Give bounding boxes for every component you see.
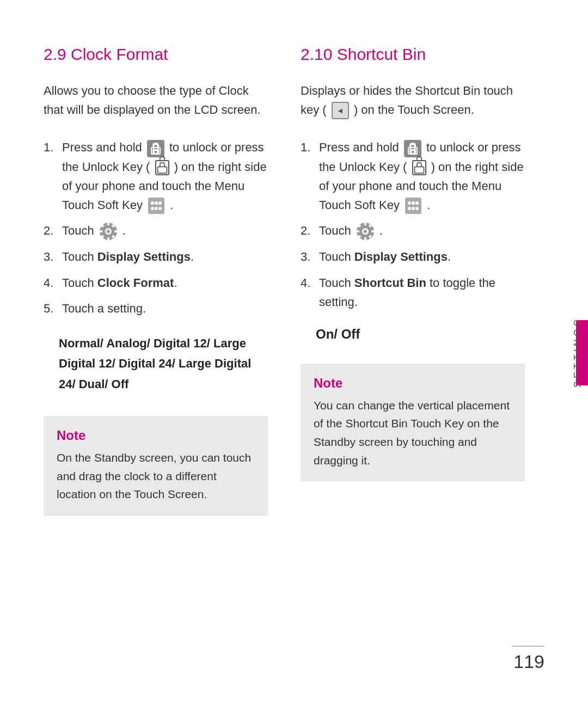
step-5-content: Touch a setting. (62, 299, 268, 318)
step-3-content: Touch Display Settings. (62, 247, 268, 266)
step-number-5: 5. (44, 299, 59, 318)
lock-small-icon (155, 160, 169, 175)
sidebar-accent (576, 320, 588, 385)
left-step-2: 2. Touch (44, 221, 268, 241)
step-1-content: Press and hold to unlock or press the Un… (62, 138, 268, 214)
gear-icon-2 (356, 222, 375, 241)
right-column: 2.10 Shortcut Bin Displays or hides the … (301, 44, 525, 661)
right-step-4-content: Touch Shortcut Bin to toggle the setting… (319, 273, 525, 311)
svg-rect-17 (114, 230, 117, 232)
step-4-content: Touch Clock Format. (62, 273, 268, 292)
right-step-1-content: Press and hold to unlock or press the Un… (319, 138, 525, 214)
right-step-number-1: 1. (301, 138, 316, 157)
svg-point-29 (415, 201, 419, 205)
left-note-box: Note On the Standby screen, you can touc… (44, 416, 268, 516)
right-step-number-4: 4. (301, 273, 316, 292)
step-number-2: 2. (44, 221, 59, 240)
right-step-number-3: 3. (301, 247, 316, 266)
gear-icon-1 (99, 222, 118, 241)
right-step-number-2: 2. (301, 221, 316, 240)
left-step-1: 1. Press and hold to unlock (44, 138, 268, 214)
left-note-title: Note (57, 428, 255, 443)
svg-point-31 (412, 207, 415, 210)
svg-rect-14 (107, 223, 109, 225)
svg-point-27 (408, 201, 411, 205)
svg-rect-1 (152, 149, 159, 154)
svg-point-6 (155, 201, 158, 205)
step-number-4: 4. (44, 273, 59, 292)
svg-point-5 (151, 201, 154, 205)
svg-point-28 (412, 201, 415, 205)
svg-rect-16 (100, 230, 102, 232)
left-step-4: 4. Touch Clock Format. (44, 273, 268, 292)
left-step-5: 5. Touch a setting. (44, 299, 268, 318)
right-step-2-content: Touch (319, 221, 525, 241)
right-note-box: Note You can change the vertical placeme… (301, 364, 525, 481)
on-off-label: On/ Off (316, 327, 525, 342)
menu-icon-1 (148, 197, 165, 214)
right-step-4: 4. Touch Shortcut Bin to toggle the sett… (301, 273, 525, 311)
svg-rect-15 (107, 237, 109, 240)
main-content: 2.9 Clock Format Allows you to choose th… (0, 0, 558, 705)
sidebar: SETTINGS (558, 0, 588, 705)
clock-format-bold: Clock Format (97, 276, 174, 290)
right-step-3: 3. Touch Display Settings. (301, 247, 525, 266)
page-divider (512, 646, 544, 647)
svg-point-7 (158, 201, 162, 205)
lock-small-icon-2 (412, 160, 426, 175)
right-section-title: 2.10 Shortcut Bin (301, 44, 525, 65)
left-description: Allows you to choose the type of Clock t… (44, 81, 268, 119)
svg-point-9 (155, 207, 158, 210)
page-container: 2.9 Clock Format Allows you to choose th… (0, 0, 588, 705)
right-note-title: Note (314, 376, 512, 391)
right-step-1: 1. Press and hold to unlock or press the (301, 138, 525, 214)
svg-rect-37 (364, 237, 366, 240)
left-step-list: 1. Press and hold to unlock (44, 138, 268, 318)
left-section-title: 2.9 Clock Format (44, 44, 268, 65)
left-column: 2.9 Clock Format Allows you to choose th… (44, 44, 268, 661)
svg-rect-25 (414, 167, 424, 173)
svg-rect-2 (155, 151, 157, 153)
shortcut-bin-bold: Shortcut Bin (354, 276, 426, 290)
right-step-2: 2. Touch (301, 221, 525, 241)
lock-icon (147, 140, 164, 157)
settings-options: Normal/ Analog/ Digital 12/ Large Digita… (59, 333, 268, 394)
svg-rect-4 (148, 198, 164, 214)
right-note-text: You can change the vertical placement of… (314, 396, 512, 469)
right-step-3-content: Touch Display Settings. (319, 247, 525, 266)
left-step-3: 3. Touch Display Settings. (44, 247, 268, 266)
page-footer: 119 (512, 646, 544, 672)
svg-rect-39 (371, 230, 374, 232)
svg-point-8 (151, 207, 154, 210)
svg-point-32 (415, 207, 419, 210)
display-settings-bold: Display Settings (97, 250, 191, 263)
left-note-text: On the Standby screen, you can touch and… (57, 449, 255, 504)
svg-rect-0 (148, 141, 163, 156)
menu-icon-2 (405, 197, 422, 214)
svg-rect-3 (157, 167, 167, 173)
step-number-3: 3. (44, 247, 59, 266)
svg-point-13 (107, 230, 110, 233)
step-number-1: 1. (44, 138, 59, 157)
svg-rect-26 (405, 198, 421, 214)
page-number: 119 (513, 651, 544, 672)
lock-icon-2 (404, 140, 421, 157)
svg-point-10 (158, 207, 162, 210)
svg-point-35 (364, 230, 367, 233)
svg-rect-36 (364, 223, 366, 225)
right-step-list: 1. Press and hold to unlock or press the (301, 138, 525, 311)
svg-rect-23 (409, 149, 416, 154)
right-description: Displays or hides the Shortcut Bin touch… (301, 81, 525, 119)
arrow-icon (332, 102, 349, 119)
svg-rect-22 (405, 141, 420, 156)
svg-point-30 (408, 207, 411, 210)
svg-rect-38 (357, 230, 359, 232)
svg-rect-24 (412, 151, 414, 153)
right-display-settings-bold: Display Settings (354, 250, 448, 263)
step-2-content: Touch (62, 221, 268, 241)
